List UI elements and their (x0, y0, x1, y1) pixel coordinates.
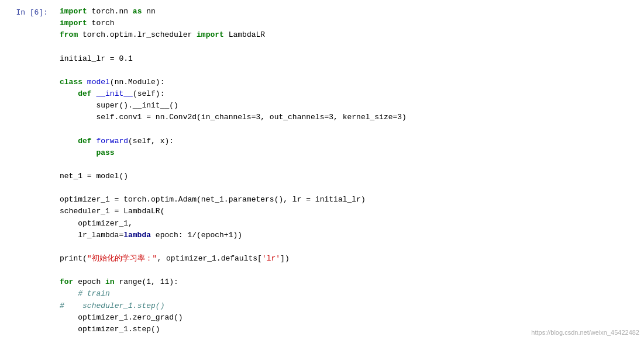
code-line (60, 65, 637, 77)
code-line: import torch.nn as nn (60, 6, 637, 18)
code-line: for epoch in range(1, 11): (60, 276, 637, 288)
notebook-cell: In [6]: import torch.nn as nnimport torc… (0, 0, 644, 340)
watermark: https://blog.csdn.net/weixn_45422482 (531, 328, 639, 338)
code-line: lr_lambda=lambda epoch: 1/(epoch+1)) (60, 230, 637, 241)
code-line: print("初始化的学习率：", optimizer_1.defaults['… (60, 253, 637, 265)
code-line: # train (60, 288, 637, 300)
code-line (60, 159, 637, 171)
code-line (60, 182, 637, 194)
code-line: pass (60, 147, 637, 159)
code-line: optimizer_1, (60, 218, 637, 230)
code-line: def __init__(self): (60, 88, 637, 100)
code-line (60, 123, 637, 135)
code-line: from torch.optim.lr_scheduler import Lam… (60, 29, 637, 41)
code-line: initial_lr = 0.1 (60, 53, 637, 65)
code-line: import torch (60, 18, 637, 29)
code-line (60, 265, 637, 276)
code-line: optimizer_1.zero_grad() (60, 312, 637, 324)
code-line: net_1 = model() (60, 171, 637, 182)
code-line (60, 241, 637, 253)
code-line: def forward(self, x): (60, 136, 637, 147)
code-line: super().__init__() (60, 100, 637, 112)
code-line: self.conv1 = nn.Conv2d(in_channels=3, ou… (60, 112, 637, 123)
code-line: optimizer_1 = torch.optim.Adam(net_1.par… (60, 194, 637, 206)
code-line: class model(nn.Module): (60, 77, 637, 88)
code-line: # scheduler_1.step() (60, 300, 637, 312)
code-line (60, 41, 637, 53)
cell-label: In [6]: (0, 0, 53, 340)
cell-content[interactable]: import torch.nn as nnimport torchfrom to… (53, 0, 644, 340)
code-line: scheduler_1 = LambdaLR( (60, 206, 637, 217)
